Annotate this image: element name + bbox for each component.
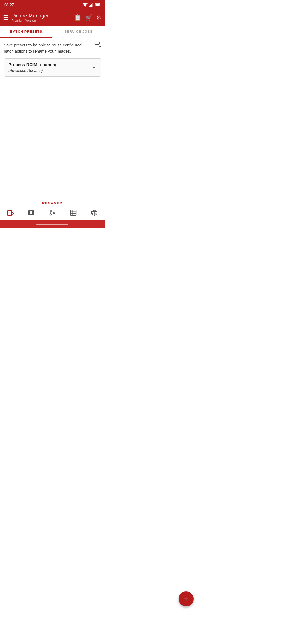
wifi-icon — [83, 3, 88, 7]
home-indicator-bar — [36, 224, 68, 225]
sort-icon[interactable] — [94, 41, 101, 50]
svg-rect-3 — [91, 4, 92, 7]
app-subtitle: Premium Version — [11, 19, 71, 23]
nav-item-edit[interactable] — [67, 208, 79, 218]
renamer-icon — [7, 209, 14, 217]
svg-point-23 — [50, 212, 51, 213]
box-icon — [90, 209, 98, 217]
preset-card-text: Process DCIM renaming (Advanced Rename) — [8, 63, 58, 73]
svg-point-0 — [85, 6, 86, 7]
main-content: Save presets to be able to reuse configu… — [0, 38, 105, 199]
svg-rect-1 — [89, 6, 90, 7]
preset-card[interactable]: Process DCIM renaming (Advanced Rename) … — [4, 58, 101, 77]
albums-icon — [28, 209, 35, 217]
svg-rect-6 — [100, 4, 100, 6]
svg-point-22 — [50, 214, 52, 215]
bottom-nav: RENAMER — [0, 199, 105, 220]
app-bar-actions: 📋 🛒 ⚙ — [74, 14, 102, 21]
svg-rect-2 — [90, 5, 91, 7]
cart-icon[interactable]: 🛒 — [85, 14, 92, 21]
nav-item-albums[interactable] — [26, 208, 37, 218]
tabs: BATCH PRESETS SERVICE JOBS — [0, 26, 105, 38]
preset-subtitle: (Advanced Rename) — [8, 68, 58, 73]
nav-item-tree[interactable] — [46, 208, 58, 218]
settings-icon[interactable]: ⚙ — [96, 14, 102, 21]
svg-point-21 — [53, 212, 55, 214]
nav-item-renamer[interactable] — [5, 208, 16, 218]
home-indicator — [0, 220, 105, 228]
preset-title: Process DCIM renaming — [8, 63, 58, 67]
status-icons — [83, 3, 100, 7]
tab-service-jobs[interactable]: SERVICE JOBS — [52, 26, 105, 38]
chevron-down-icon: ⌄ — [92, 63, 96, 69]
svg-rect-27 — [71, 210, 76, 216]
status-bar: 08:27 — [0, 0, 105, 10]
svg-rect-7 — [96, 4, 99, 6]
tree-icon — [49, 209, 56, 217]
svg-point-20 — [50, 210, 52, 212]
app-title: Picture Manager Premium Version — [11, 13, 71, 23]
bottom-nav-items — [0, 206, 105, 220]
signal-icon — [89, 3, 93, 7]
app-bar: ☰ Picture Manager Premium Version 📋 🛒 ⚙ — [0, 10, 105, 26]
status-time: 08:27 — [4, 3, 14, 7]
menu-icon[interactable]: ☰ — [3, 14, 9, 21]
tab-batch-presets[interactable]: BATCH PRESETS — [0, 26, 52, 38]
svg-line-33 — [92, 213, 94, 214]
svg-line-34 — [94, 213, 97, 214]
description-text: Save presets to be able to reuse configu… — [4, 42, 101, 54]
bottom-nav-label: RENAMER — [0, 199, 105, 206]
app-title-main: Picture Manager — [11, 13, 71, 19]
nav-item-box[interactable] — [88, 208, 100, 218]
svg-rect-4 — [92, 3, 93, 7]
battery-icon — [95, 3, 100, 6]
clipboard-icon[interactable]: 📋 — [74, 14, 81, 21]
edit-table-icon — [70, 209, 77, 217]
